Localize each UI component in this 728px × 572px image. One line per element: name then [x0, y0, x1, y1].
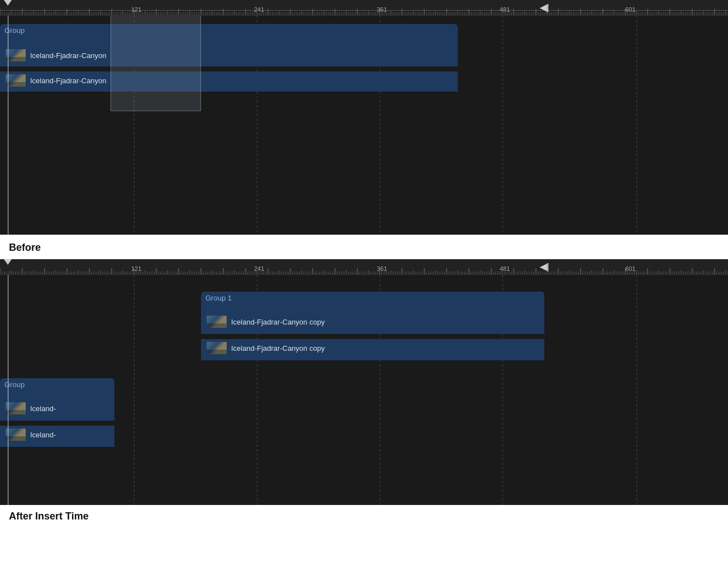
- group2-clip1-after[interactable]: Iceland-: [0, 399, 114, 421]
- group1-gap-after: [201, 333, 544, 339]
- group1-clip1-after[interactable]: Iceland-Fjadrar-Canyon copy: [201, 313, 544, 334]
- ruler-label-121-after: 121: [131, 265, 141, 272]
- clip1-name-before: Iceland-Fjadrar-Canyon: [30, 51, 107, 60]
- before-section-label: Before: [0, 235, 728, 259]
- svg-rect-0: [0, 10, 728, 11]
- grid-line-1-after: [134, 275, 135, 505]
- ruler-label-361-after: 361: [377, 265, 387, 272]
- group1-clip1-thumb-after: [207, 316, 227, 328]
- group1-label-after: Group 1: [201, 292, 544, 303]
- playhead-before[interactable]: [4, 0, 12, 6]
- group2-label-after: Group: [0, 378, 114, 390]
- clip1-before[interactable]: Iceland-Fjadrar-Canyon: [0, 46, 458, 66]
- clip2-name-before: Iceland-Fjadrar-Canyon: [30, 77, 107, 85]
- grid-line-5-before: [636, 16, 637, 235]
- before-timeline: // Generated inline via JS below 121 241…: [0, 0, 728, 235]
- clip-gap-before: [0, 66, 458, 71]
- group2-clip1-thumb-after: [6, 402, 26, 414]
- end-marker-after: ◀|: [540, 261, 549, 272]
- group1-clip1-name-after: Iceland-Fjadrar-Canyon copy: [231, 318, 325, 326]
- group2-clip2-after[interactable]: Iceland-: [0, 426, 114, 447]
- ruler-label-601-after: 601: [625, 265, 635, 272]
- ruler-before: // Generated inline via JS below 121 241…: [0, 0, 728, 16]
- ruler-label-481-before: 481: [500, 6, 510, 13]
- group1-clip2-name-after: Iceland-Fjadrar-Canyon copy: [231, 344, 325, 352]
- selection-rect-before: [111, 16, 201, 111]
- clip2-before[interactable]: Iceland-Fjadrar-Canyon: [0, 72, 458, 92]
- end-marker-before: ◀|: [540, 2, 549, 13]
- track-area-after: Group 1 Iceland-Fjadrar-Canyon copy Icel…: [0, 275, 728, 505]
- grid-line-4-before: [502, 16, 503, 235]
- group-label-before: Group: [0, 24, 458, 36]
- group2-gap-after: [0, 420, 114, 426]
- ruler-label-481-after: 481: [500, 265, 510, 272]
- playhead-line-after: [8, 275, 8, 505]
- ruler-label-241-after: 241: [254, 265, 264, 272]
- after-timeline: 121 241 361 481 601 ◀| Group 1 Iceland-F…: [0, 259, 728, 505]
- group2-clip2-name-after: Iceland-: [30, 431, 56, 439]
- playhead-line-before: [8, 16, 8, 235]
- ruler-label-241-before: 241: [254, 6, 264, 13]
- ruler-label-121-before: 121: [131, 6, 141, 13]
- track-area-before: Group Iceland-Fjadrar-Canyon Iceland-Fja…: [0, 16, 728, 235]
- after-section-label: After Insert Time: [0, 505, 728, 528]
- ruler-after: 121 241 361 481 601 ◀|: [0, 259, 728, 275]
- group1-clip2-thumb-after: [207, 342, 227, 354]
- clip2-thumbnail-before: [6, 74, 26, 87]
- group2-clip2-thumb-after: [6, 428, 26, 441]
- ruler-ticks-before: // Generated inline via JS below: [0, 0, 728, 15]
- ruler-label-601-before: 601: [625, 6, 635, 13]
- ruler-label-361-before: 361: [377, 6, 387, 13]
- clip1-thumbnail-before: [6, 49, 26, 61]
- playhead-after[interactable]: [4, 259, 12, 265]
- group1-clip2-after[interactable]: Iceland-Fjadrar-Canyon copy: [201, 339, 544, 360]
- grid-line-5-after: [636, 275, 637, 505]
- group2-clip1-name-after: Iceland-: [30, 404, 56, 413]
